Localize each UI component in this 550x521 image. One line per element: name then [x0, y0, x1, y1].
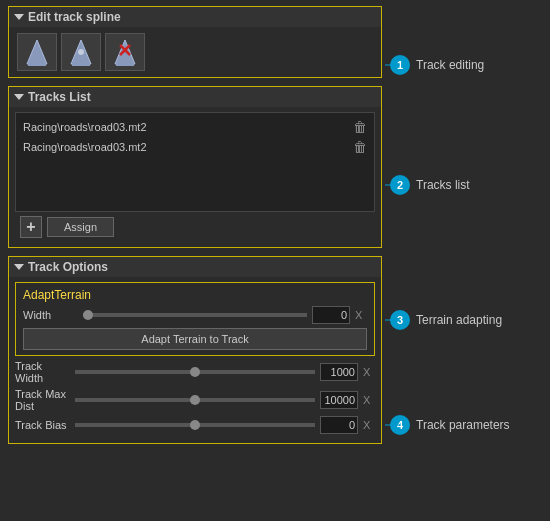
collapse-icon	[14, 14, 24, 20]
annotation-2: 2 Tracks list	[390, 175, 470, 195]
track-width-row: Track Width 1000 X	[15, 360, 375, 384]
track-width-reset-button[interactable]: X	[363, 366, 375, 378]
track-list-item[interactable]: Racing\roads\road03.mt2 🗑	[21, 137, 369, 157]
track-max-dist-slider[interactable]	[75, 398, 315, 402]
tracks-list-section: Tracks List Racing\roads\road03.mt2 🗑 Ra…	[8, 86, 382, 248]
road-move-icon	[66, 37, 96, 67]
track-options-body: AdaptTerrain Width 0 X Adapt Terrain to …	[9, 277, 381, 443]
callout-number-1: 1	[390, 55, 410, 75]
track-width-slider[interactable]	[75, 370, 315, 374]
tracks-footer: + Assign	[15, 212, 375, 242]
road-delete-icon	[110, 37, 140, 67]
move-road-point-button[interactable]	[61, 33, 101, 71]
track-bias-label: Track Bias	[15, 419, 70, 431]
tracks-list-header[interactable]: Tracks List	[9, 87, 381, 107]
track-options-title: Track Options	[28, 260, 108, 274]
annotation-4: 4 Track parameters	[390, 415, 510, 435]
svg-rect-1	[28, 62, 46, 66]
road-add-icon	[22, 37, 52, 67]
svg-marker-5	[115, 40, 135, 64]
svg-point-4	[78, 49, 84, 55]
callout-text-4: Track parameters	[416, 418, 510, 432]
track-bias-row: Track Bias 0 X	[15, 416, 375, 434]
width-reset-button[interactable]: X	[355, 309, 367, 321]
callout-number-4: 4	[390, 415, 410, 435]
adapt-terrain-button[interactable]: Adapt Terrain to Track	[23, 328, 367, 350]
assign-button[interactable]: Assign	[47, 217, 114, 237]
width-slider-row: Width 0 X	[23, 306, 367, 324]
callout-number-3: 3	[390, 310, 410, 330]
track-bias-value: 0	[320, 416, 358, 434]
track-options-collapse-icon	[14, 264, 24, 270]
tracks-list-collapse-icon	[14, 94, 24, 100]
add-track-button[interactable]: +	[20, 216, 42, 238]
track-path-2: Racing\roads\road03.mt2	[23, 141, 147, 153]
callout-text-2: Tracks list	[416, 178, 470, 192]
width-slider[interactable]	[83, 313, 307, 317]
adapt-terrain-block: AdaptTerrain Width 0 X Adapt Terrain to …	[15, 282, 375, 356]
width-label: Width	[23, 309, 78, 321]
track-editing-body	[9, 27, 381, 77]
callout-text-3: Terrain adapting	[416, 313, 502, 327]
svg-rect-6	[116, 62, 134, 66]
edit-track-spline-header[interactable]: Edit track spline	[9, 7, 381, 27]
edit-track-spline-section: Edit track spline	[8, 6, 382, 78]
track-bias-reset-button[interactable]: X	[363, 419, 375, 431]
callout-text-1: Track editing	[416, 58, 484, 72]
track-max-dist-label: Track Max Dist	[15, 388, 70, 412]
track-options-header[interactable]: Track Options	[9, 257, 381, 277]
tracks-list-title: Tracks List	[28, 90, 91, 104]
add-road-point-button[interactable]	[17, 33, 57, 71]
width-value: 0	[312, 306, 350, 324]
track-params-block: Track Width 1000 X Track Max Dist 10000 …	[15, 360, 375, 434]
track-bias-slider[interactable]	[75, 423, 315, 427]
track-max-dist-value: 10000	[320, 391, 358, 409]
track-options-section: Track Options AdaptTerrain Width 0 X Ada…	[8, 256, 382, 444]
track-path-1: Racing\roads\road03.mt2	[23, 121, 147, 133]
delete-track-1-icon[interactable]: 🗑	[353, 119, 367, 135]
adapt-terrain-label: AdaptTerrain	[23, 288, 367, 302]
tracks-inner-list: Racing\roads\road03.mt2 🗑 Racing\roads\r…	[15, 112, 375, 212]
tracks-list-body: Racing\roads\road03.mt2 🗑 Racing\roads\r…	[9, 107, 381, 247]
svg-rect-3	[72, 62, 90, 66]
track-width-label: Track Width	[15, 360, 70, 384]
track-max-dist-row: Track Max Dist 10000 X	[15, 388, 375, 412]
track-list-item[interactable]: Racing\roads\road03.mt2 🗑	[21, 117, 369, 137]
callout-number-2: 2	[390, 175, 410, 195]
svg-marker-0	[27, 40, 47, 64]
delete-road-point-button[interactable]	[105, 33, 145, 71]
edit-track-spline-title: Edit track spline	[28, 10, 121, 24]
annotation-3: 3 Terrain adapting	[390, 310, 502, 330]
annotation-1: 1 Track editing	[390, 55, 484, 75]
track-width-value: 1000	[320, 363, 358, 381]
delete-track-2-icon[interactable]: 🗑	[353, 139, 367, 155]
track-max-dist-reset-button[interactable]: X	[363, 394, 375, 406]
